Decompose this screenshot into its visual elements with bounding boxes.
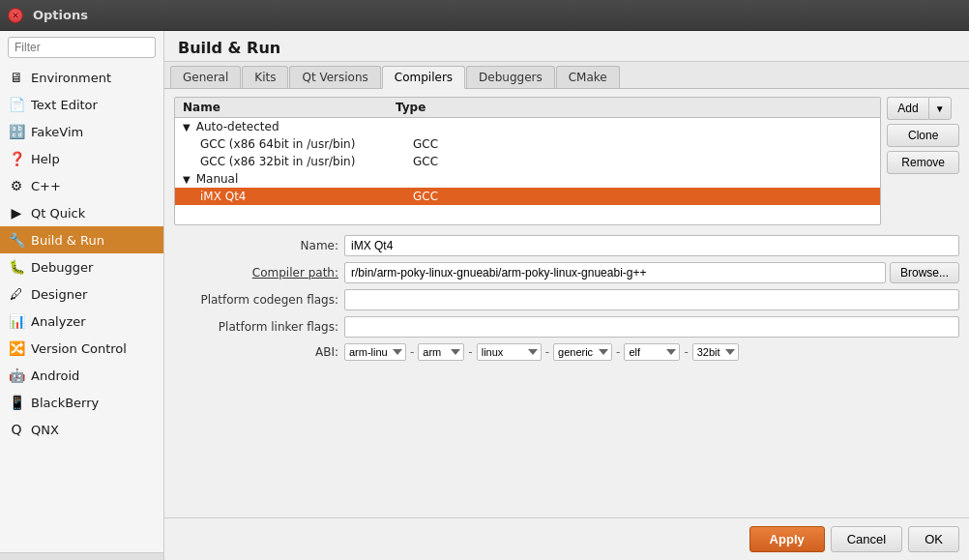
table-row[interactable]: ▼Auto-detected	[175, 118, 880, 135]
sidebar-label-version-control: Version Control	[31, 341, 127, 356]
browse-button[interactable]: Browse...	[890, 262, 959, 283]
row-name: GCC (x86 64bit in /usr/bin)	[200, 137, 355, 151]
row-name: GCC (x86 32bit in /usr/bin)	[200, 155, 355, 168]
name-input[interactable]	[344, 235, 959, 256]
titlebar: Options	[0, 0, 969, 31]
abi-label: ABI:	[174, 345, 338, 359]
tab-kits[interactable]: Kits	[242, 66, 288, 88]
cpp-icon: ⚙	[8, 177, 25, 194]
content-area: Build & Run GeneralKitsQt VersionsCompil…	[164, 31, 969, 560]
sidebar-label-environment: Environment	[31, 71, 111, 85]
name-label: Name:	[174, 239, 338, 252]
table-buttons: Add ▼ Clone Remove	[887, 97, 959, 225]
sidebar-item-designer[interactable]: 🖊Designer	[0, 280, 163, 308]
codegen-flags-input[interactable]	[344, 289, 959, 310]
row-name: Auto-detected	[196, 120, 279, 133]
add-button[interactable]: Add	[887, 97, 927, 120]
table-row[interactable]: ▼Manual	[175, 170, 880, 188]
sidebar-label-qt-quick: Qt Quick	[31, 206, 85, 221]
codegen-flags-label: Platform codegen flags:	[174, 293, 338, 307]
filter-input[interactable]	[8, 37, 156, 58]
sidebar-item-qnx[interactable]: QQNX	[0, 416, 163, 443]
table-row[interactable]: GCC (x86 32bit in /usr/bin)GCC	[175, 153, 880, 170]
compiler-form: Name: Compiler path: Browse... Platform …	[164, 229, 969, 517]
add-dropdown-arrow[interactable]: ▼	[928, 97, 952, 120]
sidebar-label-debugger: Debugger	[31, 260, 93, 275]
tree-toggle-icon[interactable]: ▼	[183, 122, 191, 133]
row-type: GCC	[413, 190, 872, 203]
designer-icon: 🖊	[8, 285, 25, 303]
linker-flags-label: Platform linker flags:	[174, 320, 338, 334]
sidebar-item-version-control[interactable]: 🔀Version Control	[0, 335, 163, 362]
tab-debuggers[interactable]: Debuggers	[466, 66, 555, 88]
compiler-path-group: Browse...	[344, 262, 959, 283]
abi-width-select[interactable]: 32bit64bit	[692, 343, 739, 361]
abi-arch-select[interactable]: arm-linuarmx86x86_64	[344, 343, 406, 361]
abi-format-select[interactable]: elfpemacho	[624, 343, 680, 361]
sidebar-item-build-run[interactable]: 🔧Build & Run	[0, 226, 163, 253]
main-container: 🖥Environment📄Text Editor🔡FakeVim❓Help⚙C+…	[0, 31, 969, 560]
table-body: ▼Auto-detectedGCC (x86 64bit in /usr/bin…	[175, 118, 880, 224]
sidebar-label-fakevim: FakeVim	[31, 125, 83, 139]
abi-variant-select[interactable]: genericandroid	[553, 343, 612, 361]
compiler-table-section: Name Type ▼Auto-detectedGCC (x86 64bit i…	[174, 97, 959, 225]
sidebar-label-cpp: C++	[31, 179, 61, 193]
sidebar-item-qt-quick[interactable]: ▶Qt Quick	[0, 199, 163, 226]
table-row[interactable]: iMX Qt4GCC	[175, 188, 880, 205]
cancel-button[interactable]: Cancel	[831, 526, 902, 552]
abi-controls: arm-linuarmx86x86_64 - armx86mips - linu…	[344, 343, 739, 361]
sidebar-item-analyzer[interactable]: 📊Analyzer	[0, 308, 163, 335]
sidebar-item-fakevim[interactable]: 🔡FakeVim	[0, 118, 163, 145]
linker-flags-row: Platform linker flags:	[174, 316, 959, 338]
environment-icon: 🖥	[8, 69, 25, 86]
qt-quick-icon: ▶	[8, 204, 25, 221]
sidebar-label-analyzer: Analyzer	[31, 314, 86, 329]
table-header: Name Type	[175, 98, 880, 118]
sidebar-item-debugger[interactable]: 🐛Debugger	[0, 253, 163, 280]
sidebar-item-cpp[interactable]: ⚙C++	[0, 172, 163, 199]
row-name: iMX Qt4	[200, 190, 247, 203]
sidebar-item-blackberry[interactable]: 📱BlackBerry	[0, 389, 163, 416]
add-button-group: Add ▼	[887, 97, 959, 120]
fakevim-icon: 🔡	[8, 123, 25, 140]
help-icon: ❓	[8, 150, 25, 167]
blackberry-icon: 📱	[8, 394, 25, 411]
apply-button[interactable]: Apply	[749, 526, 825, 552]
sidebar: 🖥Environment📄Text Editor🔡FakeVim❓Help⚙C+…	[0, 31, 164, 560]
remove-button[interactable]: Remove	[887, 151, 959, 174]
abi-dist-select[interactable]: linuxwindowsmacos	[477, 343, 542, 361]
sidebar-label-android: Android	[31, 368, 79, 383]
tab-general[interactable]: General	[170, 66, 241, 88]
abi-os-select[interactable]: armx86mips	[418, 343, 464, 361]
sidebar-list: 🖥Environment📄Text Editor🔡FakeVim❓Help⚙C+…	[0, 64, 163, 552]
sidebar-item-text-editor[interactable]: 📄Text Editor	[0, 91, 163, 118]
codegen-flags-row: Platform codegen flags:	[174, 289, 959, 310]
linker-flags-input[interactable]	[344, 316, 959, 338]
tree-toggle-icon[interactable]: ▼	[183, 174, 191, 185]
table-row[interactable]: GCC (x86 64bit in /usr/bin)GCC	[175, 135, 880, 153]
compiler-path-row: Compiler path: Browse...	[174, 262, 959, 283]
name-row: Name:	[174, 235, 959, 256]
tab-qt-versions[interactable]: Qt Versions	[289, 66, 380, 88]
col-name-header: Name	[183, 101, 396, 114]
sidebar-label-designer: Designer	[31, 287, 87, 302]
sidebar-label-build-run: Build & Run	[31, 233, 104, 248]
tab-compilers[interactable]: Compilers	[382, 66, 465, 89]
text-editor-icon: 📄	[8, 96, 25, 113]
sidebar-label-help: Help	[31, 152, 60, 166]
sidebar-item-android[interactable]: 🤖Android	[0, 362, 163, 389]
row-type: GCC	[413, 155, 872, 168]
window-title: Options	[33, 8, 88, 22]
close-button[interactable]	[8, 8, 23, 23]
version-control-icon: 🔀	[8, 339, 25, 357]
compiler-path-input[interactable]	[344, 262, 886, 283]
clone-button[interactable]: Clone	[887, 124, 959, 147]
sidebar-label-qnx: QNX	[31, 423, 59, 437]
ok-button[interactable]: OK	[908, 526, 959, 552]
sidebar-item-help[interactable]: ❓Help	[0, 145, 163, 172]
sidebar-item-environment[interactable]: 🖥Environment	[0, 64, 163, 91]
tab-cmake[interactable]: CMake	[556, 66, 620, 88]
compiler-table: Name Type ▼Auto-detectedGCC (x86 64bit i…	[174, 97, 881, 225]
sidebar-scroll	[0, 552, 163, 560]
row-type: GCC	[413, 137, 872, 151]
